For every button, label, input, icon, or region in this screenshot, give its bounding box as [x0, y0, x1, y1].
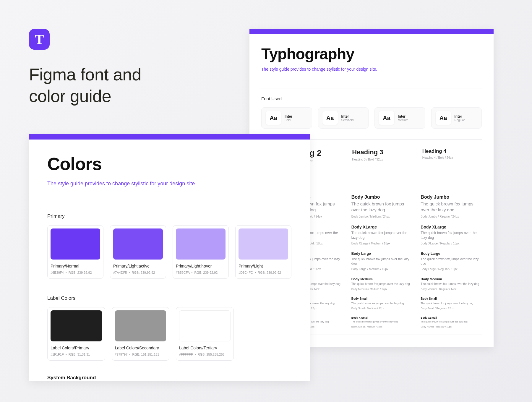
page-title-line1: Figma font and — [29, 65, 141, 84]
font-weight: Medium — [398, 119, 408, 122]
heading3-sample: Heading 3 — [352, 148, 411, 156]
logo-glyph-icon: T — [35, 32, 44, 47]
body-sample: The quick brown fox jumps over the lazy … — [351, 201, 413, 213]
swatch-name: Label Colors/Secondary — [115, 346, 166, 350]
font-card: Aa Inter Medium — [374, 107, 425, 129]
swatch-meta: #FFFFFF • RGB: 255,255,255 — [179, 353, 231, 356]
swatch-chip — [176, 228, 226, 260]
body-row-large: Body Large The quick brown fox jumps ove… — [282, 252, 482, 271]
font-name: Inter — [455, 114, 465, 119]
page-title-line2: color guide — [29, 86, 111, 106]
swatch-name: Primary/Light:active — [113, 264, 163, 268]
font-used-label: Font Used — [261, 96, 482, 101]
body-sample: The quick brown fox jumps over the lazy … — [421, 257, 482, 266]
body-sample: The quick brown fox jumps over the lazy … — [421, 282, 482, 286]
body-row-xsmall: Body XSmall The quick brown fox jumps ov… — [282, 316, 482, 328]
swatch-card: Primary/Normal #6B39F4 • RGB: 239,92,92 — [47, 225, 103, 279]
body-title: Body Small — [421, 297, 482, 300]
body-meta: Body Large / Medium / 16px — [351, 268, 413, 271]
heading3-meta: Heading 3 / Bold / 32px — [352, 158, 411, 161]
swatch-card: Label Colors/Tertiary #FFFFFF • RGB: 255… — [176, 307, 234, 361]
font-sample-icon: Aa — [266, 111, 281, 125]
body-sample: The quick brown fox jumps over the lazy … — [421, 320, 482, 324]
body-title: Body XSmall — [421, 316, 482, 319]
body-row-medium: Body Medium The quick brown fox jumps ov… — [282, 277, 482, 291]
swatch-meta: #6B39F4 • RGB: 239,92,92 — [51, 271, 100, 274]
font-sample-icon: Aa — [436, 111, 451, 125]
swatch-row-primary: Primary/Normal #6B39F4 • RGB: 239,92,92 … — [47, 225, 291, 279]
font-card: Aa Inter Regular — [431, 107, 482, 129]
body-title: Body Medium — [351, 277, 413, 281]
swatch-name: Primary/Normal — [51, 264, 100, 268]
swatch-name: Label Colors/Tertiary — [179, 346, 231, 350]
body-meta: Body Jumbo / Regular / 24px — [421, 215, 482, 218]
font-cards-row: Aa Inter Bold Aa Inter Semibold Aa Inter… — [261, 107, 482, 129]
font-name: Inter — [285, 114, 292, 119]
body-title: Body XLarge — [421, 225, 482, 229]
swatch-meta: #D3C4FC • RGB: 239,92,92 — [239, 271, 288, 274]
body-sample: The quick brown fox jumps over the lazy … — [351, 320, 413, 324]
body-title: Body Small — [351, 297, 413, 300]
page-title: Figma font and color guide — [29, 64, 141, 107]
colors-title: Colors — [47, 154, 291, 174]
swatch-card: Label Colors/Primary #1F1F1F • RGB: 31,3… — [47, 307, 105, 361]
font-name: Inter — [341, 114, 354, 119]
font-sample-icon: Aa — [322, 111, 338, 125]
section-label-primary: Primary — [47, 213, 291, 219]
swatch-meta: #B59CFA • RGB: 239,92,92 — [176, 271, 226, 274]
body-meta: Body XLarge / Regular / 18px — [421, 242, 482, 245]
body-row-xlarge: Body XLarge The quick brown fox jumps ov… — [282, 225, 482, 245]
body-row-jumbo: Body Jumbo The quick brown fox jumps ove… — [282, 194, 482, 218]
swatch-name: Primary/Light — [239, 264, 288, 268]
section-label-system-background: System Background — [47, 375, 291, 381]
swatch-row-label: Label Colors/Primary #1F1F1F • RGB: 31,3… — [47, 307, 291, 361]
heading4-meta: Heading 4 / Bold / 24px — [422, 156, 482, 159]
swatch-placeholder — [240, 307, 292, 361]
colors-subtitle: The style guide provides to change styli… — [47, 181, 291, 187]
body-sample: The quick brown fox jumps over the lazy … — [351, 302, 413, 305]
panel-accent-bar — [249, 29, 494, 34]
font-name: Inter — [398, 114, 408, 119]
swatch-card: Primary/Light #D3C4FC • RGB: 239,92,92 — [235, 225, 291, 279]
body-title: Body XLarge — [351, 225, 413, 229]
section-label-label-colors: Label Colors — [47, 295, 291, 301]
body-meta: Body Small / Medium / 12px — [351, 307, 413, 310]
swatch-chip — [51, 228, 100, 260]
swatch-meta: #7A4DF5 • RGB: 239,92,92 — [113, 271, 163, 274]
body-sample: The quick brown fox jumps over the lazy … — [421, 231, 482, 240]
body-row-small: Body Small The quick brown fox jumps ove… — [282, 297, 482, 310]
swatch-chip — [239, 228, 288, 260]
divider — [282, 335, 482, 335]
swatch-chip — [51, 310, 102, 341]
body-title: Body X Small — [351, 316, 413, 319]
body-sample: The quick brown fox jumps over the lazy … — [421, 201, 482, 213]
swatch-card: Primary/Light:active #7A4DF5 • RGB: 239,… — [110, 225, 166, 279]
panel-accent-bar — [29, 134, 310, 140]
font-card: Aa Inter Bold — [261, 107, 312, 129]
typography-title: Typhography — [261, 45, 482, 63]
body-meta: Body XSmall / Medium / 10px — [351, 325, 413, 328]
logo-badge: T — [29, 29, 50, 50]
colors-panel: Colors The style guide provides to chang… — [29, 134, 310, 381]
body-meta: Body Small / Regular / 12px — [421, 307, 482, 310]
body-title: Body Large — [421, 252, 482, 256]
font-weight: Bold — [285, 119, 292, 122]
swatch-chip — [115, 310, 166, 341]
body-sample: The quick brown fox jumps over the lazy … — [351, 257, 413, 266]
body-title: Body Jumbo — [351, 194, 413, 200]
typography-subtitle: The style guide provides to change styli… — [261, 67, 482, 72]
swatch-meta: #1F1F1F • RGB: 31,31,31 — [51, 353, 102, 356]
swatch-card: Label Colors/Secondary #979797 • RGB: 15… — [112, 307, 170, 361]
body-meta: Body XLarge / Medium / 18px — [351, 242, 413, 245]
body-sample: The quick brown fox jumps over the lazy … — [421, 302, 482, 305]
body-title: Body Jumbo — [421, 194, 482, 200]
body-title: Body Medium — [421, 277, 482, 281]
font-sample-icon: Aa — [379, 111, 394, 125]
font-weight: Semibold — [341, 119, 354, 122]
body-meta: Body XSmall / Regular / 10px — [421, 325, 482, 328]
body-sample: The quick brown fox jumps over the lazy … — [351, 231, 413, 240]
body-sample: The quick brown fox jumps over the lazy … — [351, 282, 413, 286]
swatch-chip — [179, 310, 231, 341]
swatch-name: Label Colors/Primary — [51, 346, 102, 350]
font-card: Aa Inter Semibold — [318, 107, 369, 129]
